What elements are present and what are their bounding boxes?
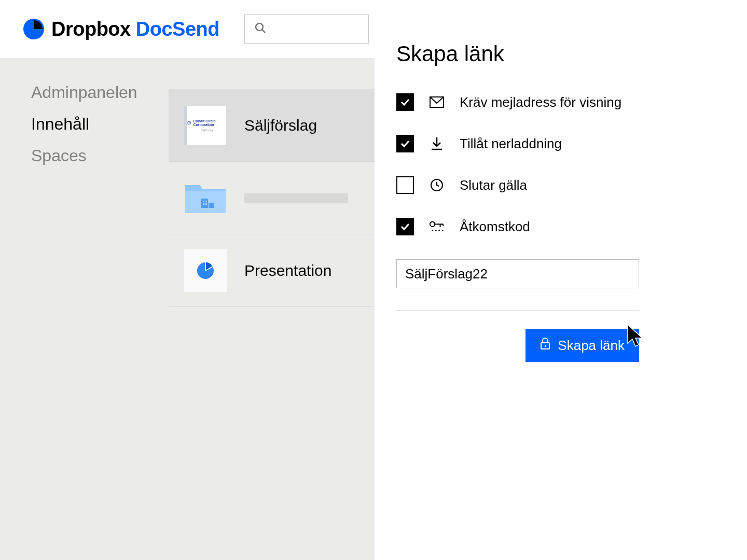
- create-link-panel: Skapa länk Kräv mejladress för visning T…: [375, 0, 747, 560]
- svg-rect-6: [203, 201, 204, 202]
- svg-line-2: [262, 30, 265, 33]
- option-label: Slutar gälla: [460, 177, 527, 193]
- access-code-input[interactable]: [396, 259, 639, 288]
- sidebar-item-content[interactable]: Innehåll: [31, 115, 169, 134]
- dropbox-logo-icon: [23, 19, 44, 39]
- sidebar-item-spaces[interactable]: Spaces: [31, 146, 169, 165]
- key-icon: [430, 219, 444, 234]
- mail-icon: [430, 95, 444, 109]
- svg-point-16: [430, 222, 435, 227]
- create-link-button[interactable]: Skapa länk: [525, 329, 639, 362]
- clock-icon: [430, 178, 444, 192]
- svg-point-20: [432, 230, 433, 231]
- list-item-title: Säljförslag: [244, 117, 317, 134]
- option-require-email: Kräv mejladress för visning: [396, 93, 726, 111]
- option-access-code: Åtkomstkod: [396, 218, 726, 235]
- svg-point-4: [189, 122, 190, 123]
- svg-rect-8: [203, 203, 204, 205]
- list-item-placeholder: [244, 193, 348, 203]
- document-thumbnail: Cobalt Circle Corporation Säljförslag: [184, 106, 227, 145]
- checkbox-allow-download[interactable]: [396, 135, 414, 152]
- list-item-title: Presentation: [244, 262, 331, 279]
- option-label: Åtkomstkod: [460, 219, 530, 235]
- option-expires: Slutar gälla: [396, 176, 726, 194]
- search-icon: [254, 22, 267, 36]
- svg-point-1: [256, 23, 263, 31]
- search-input[interactable]: [244, 15, 369, 44]
- option-label: Kräv mejladress för visning: [460, 94, 621, 110]
- logo-text: Dropbox DocSend: [51, 18, 219, 40]
- divider: [396, 310, 639, 311]
- chart-icon: [184, 249, 227, 292]
- option-label: Tillåt nerladdning: [460, 136, 562, 152]
- svg-point-21: [435, 230, 437, 231]
- svg-point-23: [442, 230, 444, 231]
- option-allow-download: Tillåt nerladdning: [396, 135, 726, 152]
- sidebar: Adminpanelen Innehåll Spaces: [0, 58, 169, 560]
- svg-rect-10: [209, 203, 214, 208]
- panel-title: Skapa länk: [396, 41, 726, 66]
- svg-point-22: [438, 230, 440, 231]
- svg-rect-9: [205, 203, 207, 205]
- svg-rect-7: [205, 201, 207, 202]
- checkbox-expires[interactable]: [396, 176, 414, 194]
- checkbox-require-email[interactable]: [396, 93, 414, 111]
- sidebar-item-admin[interactable]: Adminpanelen: [31, 83, 169, 102]
- download-icon: [430, 136, 444, 151]
- button-label: Skapa länk: [558, 338, 625, 354]
- logo: Dropbox DocSend: [23, 18, 219, 40]
- folder-icon: [184, 181, 227, 215]
- checkbox-access-code[interactable]: [396, 218, 414, 235]
- lock-icon: [540, 338, 550, 354]
